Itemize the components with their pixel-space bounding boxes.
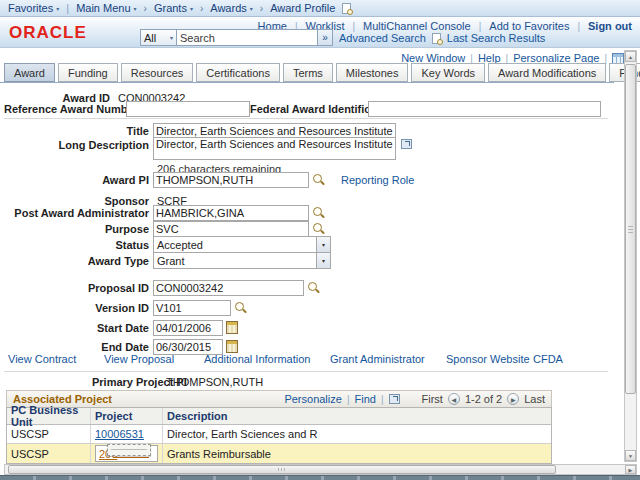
search-bar: All ▾ »: [140, 29, 333, 46]
sponsor-website-link[interactable]: Sponsor Website: [446, 353, 530, 365]
tab-funding[interactable]: Funding: [58, 63, 118, 82]
tab-key-words[interactable]: Key Words: [411, 63, 485, 82]
vertical-scrollbar-thumb[interactable]: [625, 64, 636, 394]
find-link[interactable]: Find: [354, 393, 375, 405]
cfda-link[interactable]: CFDA: [533, 353, 563, 365]
search-go-button[interactable]: »: [318, 29, 333, 46]
proposal-id-label: Proposal ID: [4, 282, 153, 294]
start-date-row: Start Date: [4, 319, 238, 336]
oracle-logo: ORACLE: [9, 23, 87, 43]
search-input[interactable]: [177, 29, 318, 46]
award-pi-input[interactable]: [153, 172, 309, 188]
col-project: Project: [91, 408, 163, 424]
horizontal-scrollbar[interactable]: ▶: [4, 464, 637, 475]
search-scope-value: All: [144, 32, 156, 44]
breadcrumb: Favorites ▾ | Main Menu ▾ › Grants ▾ › A…: [0, 0, 640, 17]
tab-award[interactable]: Award: [4, 63, 55, 82]
separator: |: [381, 394, 384, 405]
tab-terms[interactable]: Terms: [283, 63, 333, 82]
federal-award-id-label: Federal Award Identification Number: [250, 103, 368, 115]
drag-ghost-artifact: [107, 444, 151, 456]
scroll-up-button[interactable]: ▲: [625, 51, 636, 62]
nav-add-to-favorites[interactable]: Add to Favorites: [489, 20, 569, 32]
breadcrumb-awards-label: Awards: [210, 2, 246, 14]
breadcrumb-awards[interactable]: Awards ▾: [210, 2, 253, 14]
chevron-down-icon: ▾: [316, 253, 330, 268]
cell-business-unit: USCSP: [7, 425, 91, 443]
grid-popup-icon[interactable]: [389, 394, 400, 404]
advanced-search-link[interactable]: Advanced Search: [339, 32, 426, 44]
page-search-icon[interactable]: [342, 3, 351, 14]
status-row: Status Accepted ▾: [4, 236, 331, 253]
vertical-scrollbar[interactable]: ▲ ▼: [624, 50, 637, 462]
view-proposal-link[interactable]: View Proposal: [104, 353, 174, 365]
favorites-menu[interactable]: Favorites ▾: [8, 2, 59, 14]
table-row: USCSP 10006531 Director, Earth Sciences …: [7, 425, 551, 444]
tab-milestones[interactable]: Milestones: [336, 63, 409, 82]
reporting-role-link[interactable]: Reporting Role: [341, 174, 414, 186]
award-type-select[interactable]: Grant ▾: [153, 252, 331, 269]
expand-description-icon[interactable]: [401, 139, 412, 149]
purpose-input[interactable]: [153, 221, 309, 237]
sign-out-link[interactable]: Sign out: [588, 20, 632, 32]
separator: |: [352, 21, 355, 32]
col-description: Description: [163, 408, 551, 424]
additional-information-link[interactable]: Additional Information: [204, 353, 310, 365]
start-date-input[interactable]: [153, 320, 223, 336]
tab-certifications[interactable]: Certifications: [196, 63, 280, 82]
post-award-administrator-input[interactable]: [153, 205, 309, 221]
breadcrumb-separator-icon: ›: [200, 3, 203, 14]
chevron-down-icon: ▾: [170, 34, 173, 41]
reference-award-number-input[interactable]: [126, 101, 250, 117]
tab-resources[interactable]: Resources: [121, 63, 194, 82]
cell-project: 10006531: [91, 425, 163, 443]
version-id-label: Version ID: [4, 302, 153, 314]
purpose-lookup-icon[interactable]: [312, 222, 325, 235]
proposal-id-input[interactable]: [153, 280, 304, 296]
proposal-id-lookup-icon[interactable]: [307, 281, 320, 294]
version-id-lookup-icon[interactable]: [234, 301, 247, 314]
purpose-row: Purpose: [4, 220, 325, 237]
nav-multichannel-console[interactable]: MultiChannel Console: [363, 20, 471, 32]
horizontal-scrollbar-thumb[interactable]: [8, 465, 556, 474]
chevron-down-icon: ▾: [316, 237, 330, 252]
reference-row: Reference Award Number Federal Award Ide…: [4, 100, 601, 117]
header-band: ORACLE Home | Worklist | MultiChannel Co…: [0, 17, 640, 48]
personalize-link[interactable]: Personalize: [284, 393, 341, 405]
personalize-layout-icon[interactable]: [612, 53, 624, 64]
start-date-calendar-icon[interactable]: [226, 321, 238, 334]
view-contract-link[interactable]: View Contract: [8, 353, 76, 365]
search-scope-select[interactable]: All ▾: [140, 29, 177, 46]
separator: |: [479, 21, 482, 32]
version-id-input[interactable]: [153, 300, 231, 316]
chevron-down-icon: ▾: [250, 5, 253, 12]
end-date-calendar-icon[interactable]: [226, 340, 238, 353]
separator: |: [347, 394, 350, 405]
table-row-highlighted: USCSP 206 Grants Reimbursable: [7, 444, 551, 463]
pager-prev-icon[interactable]: ◀: [448, 393, 460, 405]
award-pi-lookup-icon[interactable]: [312, 173, 325, 186]
scroll-down-button[interactable]: ▼: [625, 450, 636, 461]
post-award-administrator-lookup-icon[interactable]: [312, 206, 325, 219]
long-description-label: Long Description: [4, 137, 153, 151]
end-date-label: End Date: [4, 341, 153, 353]
associated-project-table: PC Business Unit Project Description USC…: [6, 407, 552, 464]
project-link[interactable]: 10006531: [95, 428, 144, 440]
purpose-label: Purpose: [4, 223, 153, 235]
post-award-administrator-label: Post Award Administrator: [4, 207, 153, 219]
section-divider: [4, 371, 608, 372]
breadcrumb-award-profile: Award Profile: [270, 2, 335, 14]
grant-administrator-link[interactable]: Grant Administrator: [330, 353, 425, 365]
cell-project: 206: [91, 444, 163, 463]
last-search-results-link[interactable]: Last Search Results: [447, 32, 545, 44]
federal-award-id-input[interactable]: [368, 101, 601, 117]
status-select[interactable]: Accepted ▾: [153, 236, 331, 253]
start-date-label: Start Date: [4, 322, 153, 334]
pager-next-icon[interactable]: ▶: [507, 393, 519, 405]
main-menu[interactable]: Main Menu ▾: [76, 2, 136, 14]
breadcrumb-grants[interactable]: Grants ▾: [154, 2, 193, 14]
proposal-id-row: Proposal ID: [4, 279, 320, 296]
tab-award-modifications[interactable]: Award Modifications: [488, 63, 606, 82]
long-description-textarea[interactable]: Director, Earth Sciences and Resources I…: [153, 137, 396, 160]
scroll-right-button[interactable]: ▶: [625, 465, 636, 474]
